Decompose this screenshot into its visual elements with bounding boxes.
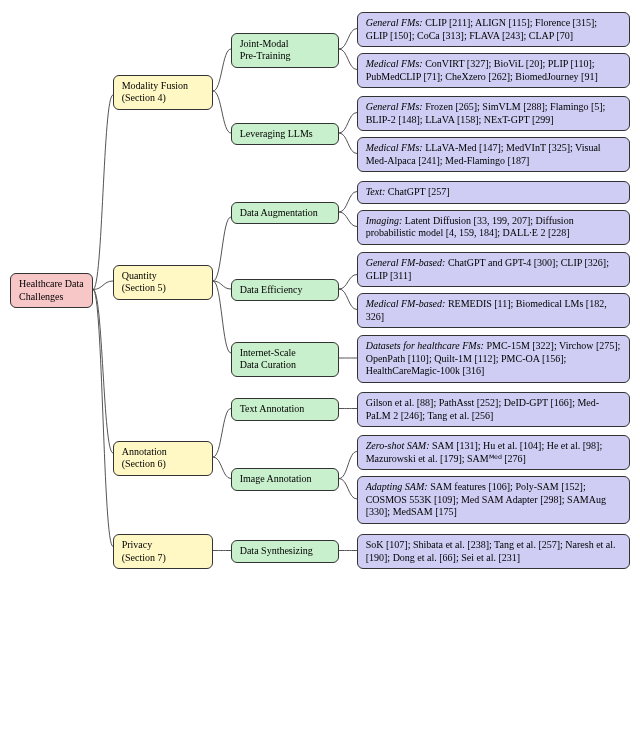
group-row: Data SynthesizingSoK [107]; Shibata et a…: [231, 533, 630, 570]
leaf-prefix: General FM-based:: [366, 257, 446, 268]
root-node: Healthcare DataChallenges: [10, 273, 93, 308]
leaf-node: SoK [107]; Shibata et al. [238]; Tang et…: [357, 534, 630, 569]
section-row: Privacy(Section 7)Data SynthesizingSoK […: [113, 532, 630, 571]
group-row: Leveraging LLMsGeneral FMs: Frozen [265]…: [231, 95, 630, 173]
groups-column: Text AnnotationGilson et al. [88]; PathA…: [231, 391, 630, 525]
connector: [339, 257, 357, 321]
connector: [213, 184, 231, 378]
section-row: Annotation(Section 6)Text AnnotationGils…: [113, 390, 630, 526]
section-node: Privacy(Section 7): [113, 534, 213, 569]
leaves-column: General FMs: Frozen [265]; SimVLM [288];…: [357, 96, 630, 172]
group-row: Data EfficiencyGeneral FM-based: ChatGPT…: [231, 252, 630, 328]
group-row: Joint-ModalPre-TrainingGeneral FMs: CLIP…: [231, 11, 630, 89]
connector: [339, 533, 357, 568]
leaf-node: Medical FMs: LLaVA-Med [147]; MedVInT [3…: [357, 137, 630, 172]
leaves-column: Gilson et al. [88]; PathAsst [252]; DeID…: [357, 392, 630, 427]
leaf-prefix: General FMs:: [366, 101, 423, 112]
leaf-node: Zero-shot SAM: SAM [131]; Hu et al. [104…: [357, 435, 630, 470]
group-node: Data Efficiency: [231, 279, 339, 302]
leaves-column: General FMs: CLIP [211]; ALIGN [115]; Fl…: [357, 12, 630, 88]
group-node: Data Augmentation: [231, 202, 339, 225]
connector: [339, 95, 357, 171]
section-node: Annotation(Section 6): [113, 441, 213, 476]
connector: [339, 434, 357, 523]
section-row: Quantity(Section 5)Data AugmentationText…: [113, 180, 630, 384]
leaves-column: Zero-shot SAM: SAM [131]; Hu et al. [104…: [357, 435, 630, 524]
leaf-node: Medical FM-based: REMEDIS [11]; Biomedic…: [357, 293, 630, 328]
groups-column: Data AugmentationText: ChatGPT [257]Imag…: [231, 180, 630, 384]
group-row: Data AugmentationText: ChatGPT [257]Imag…: [231, 180, 630, 246]
leaf-node: Adapting SAM: SAM features [106]; Poly-S…: [357, 476, 630, 524]
leaves-column: General FM-based: ChatGPT and GPT-4 [300…: [357, 252, 630, 328]
section-node: Quantity(Section 5): [113, 265, 213, 300]
leaf-prefix: Datasets for healthcare FMs:: [366, 340, 484, 351]
leaf-text: Gilson et al. [88]; PathAsst [252]; DeID…: [366, 397, 599, 421]
groups-column: Data SynthesizingSoK [107]; Shibata et a…: [231, 533, 630, 570]
leaves-column: Text: ChatGPT [257]Imaging: Latent Diffu…: [357, 181, 630, 245]
leaf-prefix: Adapting SAM:: [366, 481, 428, 492]
group-row: Image AnnotationZero-shot SAM: SAM [131]…: [231, 434, 630, 525]
leaves-column: Datasets for healthcare FMs: PMC-15M [32…: [357, 335, 630, 383]
leaf-prefix: Medical FMs:: [366, 58, 423, 69]
leaf-prefix: Imaging:: [366, 215, 403, 226]
connector: [339, 180, 357, 244]
groups-column: Joint-ModalPre-TrainingGeneral FMs: CLIP…: [231, 11, 630, 173]
connector: [339, 11, 357, 87]
connector: [213, 390, 231, 524]
leaf-node: Text: ChatGPT [257]: [357, 181, 630, 204]
sections-column: Modality Fusion(Section 4)Joint-ModalPre…: [113, 10, 630, 571]
group-node: Internet-ScaleData Curation: [231, 342, 339, 377]
section-node: Modality Fusion(Section 4): [113, 75, 213, 110]
connector: [213, 532, 231, 569]
leaves-column: SoK [107]; Shibata et al. [238]; Tang et…: [357, 534, 630, 569]
leaf-prefix: Zero-shot SAM:: [366, 440, 430, 451]
leaf-node: Imaging: Latent Diffusion [33, 199, 207]…: [357, 210, 630, 245]
leaf-prefix: Medical FM-based:: [366, 298, 446, 309]
connector: [339, 391, 357, 426]
leaf-node: Gilson et al. [88]; PathAsst [252]; DeID…: [357, 392, 630, 427]
leaf-node: Datasets for healthcare FMs: PMC-15M [32…: [357, 335, 630, 383]
connector: [339, 334, 357, 382]
group-node: Joint-ModalPre-Training: [231, 33, 339, 68]
connector: [213, 10, 231, 172]
leaf-prefix: Medical FMs:: [366, 142, 423, 153]
tree-root: Healthcare DataChallengesModality Fusion…: [10, 10, 630, 571]
leaf-prefix: Text:: [366, 186, 386, 197]
group-node: Text Annotation: [231, 398, 339, 421]
leaf-prefix: General FMs:: [366, 17, 423, 28]
leaf-text: SoK [107]; Shibata et al. [238]; Tang et…: [366, 539, 616, 563]
group-node: Leveraging LLMs: [231, 123, 339, 146]
group-row: Text AnnotationGilson et al. [88]; PathA…: [231, 391, 630, 428]
leaf-node: Medical FMs: ConVIRT [327]; BioViL [20];…: [357, 53, 630, 88]
group-node: Data Synthesizing: [231, 540, 339, 563]
leaf-text: ChatGPT [257]: [385, 186, 449, 197]
section-row: Modality Fusion(Section 4)Joint-ModalPre…: [113, 10, 630, 174]
group-node: Image Annotation: [231, 468, 339, 491]
leaf-node: General FMs: Frozen [265]; SimVLM [288];…: [357, 96, 630, 131]
connector: [93, 13, 113, 566]
leaf-node: General FM-based: ChatGPT and GPT-4 [300…: [357, 252, 630, 287]
group-row: Internet-ScaleData CurationDatasets for …: [231, 334, 630, 384]
leaf-node: General FMs: CLIP [211]; ALIGN [115]; Fl…: [357, 12, 630, 47]
